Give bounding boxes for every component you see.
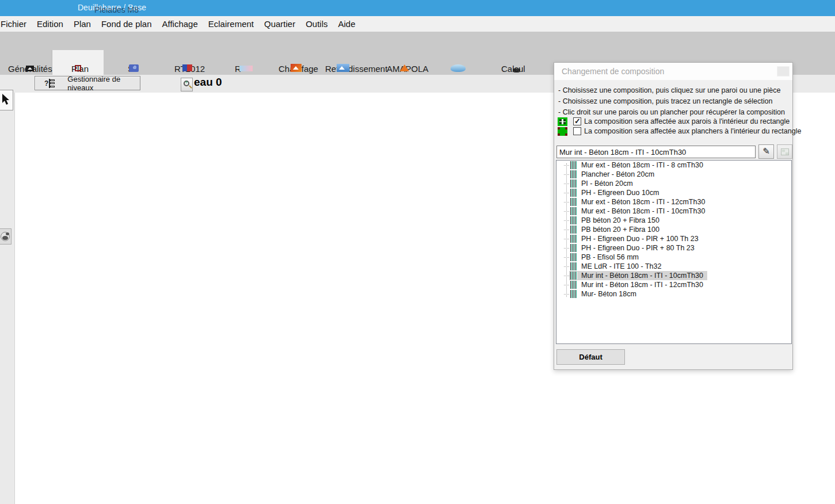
wall-section-icon	[570, 281, 577, 289]
levels-manager-button[interactable]: ? Gestionnaire de niveaux	[35, 76, 140, 90]
pencil-icon: ✎	[762, 146, 770, 156]
menu-quartier[interactable]: Quartier	[264, 19, 295, 29]
parois-checkbox-label: La composition sera affectée aux parois …	[584, 117, 790, 125]
list-item[interactable]: Plancher - Béton 20cm	[556, 170, 791, 179]
planchers-checkbox[interactable]	[573, 127, 581, 135]
wall-section-icon	[570, 235, 577, 243]
std-icon	[129, 64, 139, 72]
list-item[interactable]: Mur- Béton 18cm	[556, 289, 791, 299]
application-window: Deuillabarre / Base Pleiades M8 Fichier …	[0, 0, 835, 504]
menu-plan[interactable]: Plan	[74, 19, 91, 29]
select-tool-button[interactable]	[0, 90, 13, 110]
list-item[interactable]: Mur ext - Béton 18cm - ITI - 10cmTh30	[556, 207, 791, 216]
menu-fichier[interactable]: Fichier	[1, 19, 26, 29]
option-parois-row: La composition sera affectée aux parois …	[573, 117, 790, 125]
wall-section-icon	[570, 161, 577, 169]
amapola-triangle-icon	[400, 64, 409, 71]
dialog-title: Changement de composition	[562, 67, 664, 76]
plan-icon	[75, 65, 81, 71]
edit-composition-button[interactable]: ✎	[758, 144, 774, 159]
list-item[interactable]: Mur ext - Béton 18cm - ITI - 12cmTh30	[556, 197, 791, 207]
wall-section-icon	[570, 253, 577, 261]
wall-section-icon	[570, 216, 577, 224]
list-item[interactable]: PB béton 20 + Fibra 100	[556, 225, 791, 234]
planchers-checkbox-label: La composition sera affectée aux planche…	[584, 127, 801, 135]
option-planchers-row: La composition sera affectée aux planche…	[573, 127, 801, 135]
instruction-line: - Choisissez une composition, puis cliqu…	[558, 86, 780, 94]
wave-icon[interactable]	[451, 64, 466, 72]
list-item[interactable]: Mur int - Béton 18cm - ITI - 10cmTh30	[556, 271, 791, 280]
parois-checkbox[interactable]	[573, 117, 581, 125]
tab-refroidissement[interactable]: Refroidissement	[325, 64, 387, 74]
wall-section-icon	[570, 180, 577, 188]
list-item[interactable]: PB - Efisol 56 mm	[556, 253, 791, 262]
left-tool-sidebar	[0, 93, 15, 504]
wall-section-icon	[570, 272, 577, 280]
menu-aide[interactable]: Aide	[338, 19, 356, 29]
save-composition-button[interactable]	[777, 144, 792, 159]
circle-tool-icon	[1, 232, 10, 241]
save-icon	[781, 148, 789, 155]
zoom-level-button[interactable]	[181, 78, 193, 91]
composition-input[interactable]	[556, 146, 756, 158]
list-item[interactable]: Mur int - Béton 18cm - ITI - 12cmTh30	[556, 280, 791, 289]
menu-eclairement[interactable]: Eclairement	[208, 19, 254, 29]
levels-manager-label: Gestionnaire de niveaux	[67, 75, 140, 92]
wall-section-icon	[570, 207, 577, 215]
green-outline-rectangle-icon	[558, 117, 567, 126]
wall-section-icon	[570, 170, 577, 178]
list-item[interactable]: PB béton 20 + Fibra 150	[556, 216, 791, 225]
wall-section-icon	[570, 262, 577, 270]
list-item[interactable]: ME LdR - ITE 100 - Th32	[556, 262, 791, 271]
list-item[interactable]: PI - Béton 20cm	[556, 179, 791, 188]
wall-section-icon	[570, 226, 577, 234]
menu-bar: Fichier Edition Plan Fond de plan Affich…	[0, 16, 835, 32]
circle-tool-button[interactable]	[0, 228, 12, 245]
calcul-icon	[513, 68, 520, 72]
list-item[interactable]: PH - Efigreen Duo - PIR + 100 Th 23	[556, 234, 791, 243]
list-item[interactable]: PH - Efigreen Duo - PIR + 80 Th 23	[556, 243, 791, 253]
magnifier-icon	[184, 81, 189, 86]
heating-icon	[291, 64, 302, 72]
menu-edition[interactable]: Edition	[37, 19, 63, 29]
cursor-arrow-icon	[2, 94, 11, 106]
wall-section-icon	[570, 189, 577, 197]
instruction-line: - Choisissez une composition, puis trace…	[558, 97, 772, 105]
cooling-icon	[337, 64, 349, 72]
window-titlebar: Deuillabarre / Base Pleiades M8	[0, 0, 835, 16]
wall-section-icon	[570, 198, 577, 206]
menu-fond-de-plan[interactable]: Fond de plan	[101, 19, 152, 29]
re-gradient-icon	[239, 66, 253, 71]
list-item[interactable]: PH - Efigreen Duo 10cm	[556, 188, 791, 197]
close-icon[interactable]	[777, 66, 790, 77]
window-title-app: Pleiades M8	[94, 5, 139, 14]
home-icon	[26, 66, 34, 71]
dialog-titlebar: Changement de composition	[554, 63, 792, 80]
menu-affichage[interactable]: Affichage	[162, 19, 198, 29]
default-button[interactable]: Défaut	[556, 349, 625, 365]
green-filled-rectangle-icon	[558, 127, 567, 136]
list-item[interactable]: Mur ext - Béton 18cm - ITI - 8 cmTh30	[556, 161, 791, 170]
wall-section-icon	[570, 244, 577, 252]
current-level-label: eau 0	[194, 76, 222, 89]
menu-outils[interactable]: Outils	[306, 19, 327, 29]
wall-section-icon	[570, 290, 577, 298]
instruction-line: - Clic droit sur une parois ou un planch…	[558, 108, 785, 116]
changement-composition-dialog: Changement de composition - Choisissez u…	[554, 62, 793, 370]
levels-manager-icon: ?	[44, 79, 55, 88]
composition-list[interactable]: Mur ext - Béton 18cm - ITI - 8 cmTh30 Pl…	[556, 160, 792, 344]
rt2012-icon	[182, 64, 192, 71]
